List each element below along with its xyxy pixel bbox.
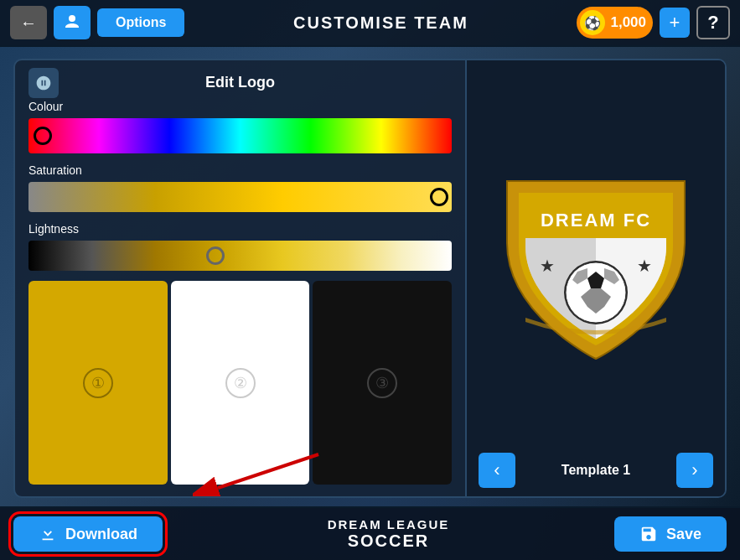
template-next-button[interactable]: › <box>676 453 713 488</box>
swatch-1[interactable]: ① <box>28 281 168 485</box>
saturation-bar[interactable] <box>28 182 452 212</box>
main-content: Edit Logo Colour Saturation Lightness ① <box>0 47 740 506</box>
lightness-bar[interactable] <box>28 241 452 271</box>
page-title: CUSTOMISE TEAM <box>184 13 577 33</box>
lightness-selector[interactable] <box>206 246 225 265</box>
top-bar-right: ⚽ 1,000 + ? <box>577 6 730 39</box>
help-button[interactable]: ? <box>696 6 730 39</box>
swatch-2[interactable]: ② <box>171 281 310 485</box>
colour-label: Colour <box>28 100 452 113</box>
svg-text:DREAM FC: DREAM FC <box>541 210 651 231</box>
brand-dream: DREAM LEAGUE <box>328 518 450 532</box>
save-icon <box>639 525 658 543</box>
download-label: Download <box>65 526 137 543</box>
brand-soccer: SOCCER <box>348 531 430 550</box>
saturation-selector[interactable] <box>430 188 448 206</box>
colour-selector[interactable] <box>34 127 52 145</box>
save-button[interactable]: Save <box>614 516 727 552</box>
brand-logo: DREAM LEAGUE SOCCER <box>328 518 450 551</box>
svg-text:★: ★ <box>540 257 555 275</box>
preview-side: DREAM FC ★ ★ <box>465 60 725 496</box>
swatch-3[interactable]: ③ <box>313 281 452 485</box>
swatch-2-number: ② <box>225 368 256 398</box>
swatch-1-number: ① <box>83 368 113 398</box>
currency-value: 1,000 <box>610 14 646 31</box>
svg-text:★: ★ <box>637 257 652 275</box>
colour-spectrum[interactable] <box>28 118 452 153</box>
editor-side: Edit Logo Colour Saturation Lightness ① <box>15 60 465 496</box>
top-bar: ← Options CUSTOMISE TEAM ⚽ 1,000 + ? <box>0 0 740 47</box>
colour-bar[interactable] <box>28 118 452 153</box>
download-icon <box>39 525 57 543</box>
download-button[interactable]: Download <box>13 516 163 552</box>
shield-logo: DREAM FC ★ ★ <box>504 163 688 364</box>
edit-panel: Edit Logo Colour Saturation Lightness ① <box>13 59 727 498</box>
template-nav: ‹ Template 1 › <box>475 453 717 488</box>
logo-preview-area: DREAM FC ★ ★ <box>475 74 717 453</box>
lightness-label: Lightness <box>28 222 452 236</box>
swatches-row: ① ② ③ <box>28 281 452 485</box>
top-bar-left: ← Options <box>10 6 184 39</box>
person-button[interactable] <box>54 6 91 39</box>
template-prev-button[interactable]: ‹ <box>479 453 515 488</box>
template-label: Template 1 <box>515 463 676 478</box>
save-label: Save <box>666 526 701 543</box>
edit-logo-icon <box>28 68 59 98</box>
back-button[interactable]: ← <box>10 6 47 39</box>
panel-header: Edit Logo <box>28 69 452 100</box>
svg-point-0 <box>69 15 75 22</box>
currency-display: ⚽ 1,000 <box>577 7 653 39</box>
swatch-3-number: ③ <box>367 368 397 398</box>
coin-icon: ⚽ <box>580 10 605 35</box>
saturation-label: Saturation <box>28 163 452 177</box>
panel-title: Edit Logo <box>205 74 275 91</box>
bottom-bar: Download DREAM LEAGUE SOCCER Save <box>0 506 740 560</box>
add-currency-button[interactable]: + <box>660 8 690 38</box>
options-button[interactable]: Options <box>97 8 184 37</box>
